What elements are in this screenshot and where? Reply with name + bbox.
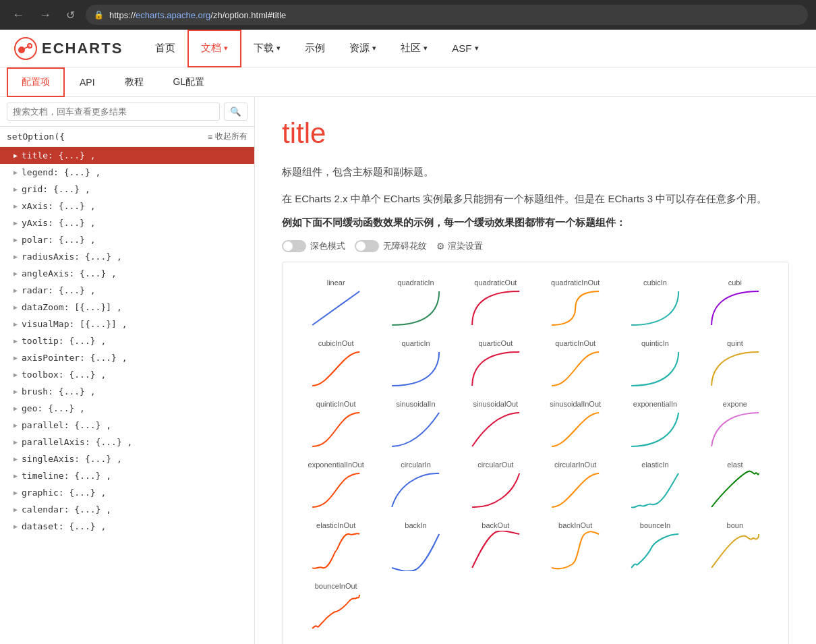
sub-nav-tutorial[interactable]: 教程 <box>110 67 158 97</box>
nav-item-home[interactable]: 首页 <box>143 30 187 67</box>
tree-item-datazoom[interactable]: ▶ dataZoom: [{...}] , <box>0 299 254 316</box>
easing-curve <box>301 470 370 510</box>
nav-item-asf[interactable]: ASF ▾ <box>440 30 490 67</box>
easing-curve <box>701 349 769 389</box>
easing-curve <box>620 470 689 510</box>
forward-button[interactable]: → <box>35 5 55 25</box>
expand-arrow-icon: ▶ <box>13 202 18 210</box>
easing-cell-quadraticInOut: quadraticInOut <box>535 276 615 336</box>
expand-arrow-icon: ▶ <box>13 472 18 479</box>
easing-label: sinusoidalInOut <box>541 400 610 408</box>
tree-item-radiusaxis[interactable]: ▶ radiusAxis: {...} , <box>0 248 254 265</box>
download-arrow-icon: ▾ <box>276 44 281 53</box>
easing-cell-cubicInOut: cubicInOut <box>296 336 376 397</box>
easing-cell-boun-trunc: boun <box>695 519 775 579</box>
easing-label: quinticIn <box>620 339 689 347</box>
easing-label: cubi <box>701 279 769 287</box>
expand-arrow-icon: ▶ <box>13 320 18 328</box>
expand-arrow-icon: ▶ <box>13 253 18 260</box>
tree-item-title[interactable]: ▶ title: {...} , <box>0 147 254 164</box>
tree-item-polar[interactable]: ▶ polar: {...} , <box>0 231 254 248</box>
easing-curve <box>620 288 689 328</box>
expand-arrow-icon: ▶ <box>13 185 18 193</box>
example-title: 例如下面不同缓动函数效果的示例，每一个缓动效果图都带有一个标题组件： <box>282 216 789 229</box>
easing-curve-linear <box>301 288 370 328</box>
easing-cell-exponentialInOut: exponentialInOut <box>296 458 376 519</box>
tree-item-dataset[interactable]: ▶ dataset: {...} , <box>0 518 254 535</box>
dark-mode-track[interactable] <box>282 240 306 252</box>
expand-arrow-icon: ▶ <box>13 506 18 513</box>
easing-label: sinusoidalOut <box>461 400 530 408</box>
nav-item-resources[interactable]: 资源 ▾ <box>337 30 388 67</box>
easing-label: quint <box>701 339 769 347</box>
expand-arrow-icon: ▶ <box>13 523 18 530</box>
easing-cell-quarticInOut: quarticInOut <box>535 336 615 397</box>
sub-nav-api[interactable]: API <box>65 67 110 97</box>
reload-button[interactable]: ↺ <box>62 6 79 24</box>
tree-item-yaxis[interactable]: ▶ yAxis: {...} , <box>0 214 254 231</box>
tree-item-brush[interactable]: ▶ brush: {...} , <box>0 383 254 400</box>
easing-cell-expone-trunc: expone <box>695 397 775 458</box>
nav-item-download[interactable]: 下载 ▾ <box>241 30 293 67</box>
easing-label: bounceInOut <box>301 582 370 590</box>
easing-label: boun <box>701 521 769 529</box>
tree-item-toolbox[interactable]: ▶ toolbox: {...} , <box>0 366 254 383</box>
set-option-label: setOption({ <box>7 131 65 142</box>
sub-nav-config[interactable]: 配置项 <box>7 67 65 97</box>
tree-item-singleaxis[interactable]: ▶ singleAxis: {...} , <box>0 450 254 467</box>
tree-item-radar[interactable]: ▶ radar: {...} , <box>0 282 254 299</box>
easing-cell-circularInOut: circularInOut <box>535 458 615 519</box>
tree-item-legend[interactable]: ▶ legend: {...} , <box>0 164 254 181</box>
render-settings-button[interactable]: ⚙ 渲染设置 <box>436 240 483 252</box>
easing-cell-circularIn: circularIn <box>376 458 455 519</box>
easing-cell-exponentialIn: exponentialIn <box>615 397 695 458</box>
barrier-free-toggle[interactable]: 无障碍花纹 <box>355 240 427 252</box>
sidebar-search-bar: 🔍 <box>0 97 254 127</box>
expand-arrow-icon: ▶ <box>13 371 18 378</box>
tree-item-geo[interactable]: ▶ geo: {...} , <box>0 400 254 417</box>
tree-item-parallel[interactable]: ▶ parallel: {...} , <box>0 417 254 434</box>
expand-arrow-icon: ▶ <box>13 455 18 463</box>
easing-curve <box>381 288 450 328</box>
easing-label: exponentialIn <box>620 400 689 408</box>
easing-cell-sinusoidalIn: sinusoidalIn <box>376 397 455 458</box>
tree-item-graphic[interactable]: ▶ graphic: {...} , <box>0 484 254 501</box>
easing-curve <box>701 531 769 571</box>
site-nav: ECHARTS 首页 文档 ▾ 下载 ▾ 示例 资源 ▾ 社区 ▾ ASF ▾ <box>0 30 816 67</box>
tree-item-axispointer[interactable]: ▶ axisPointer: {...} , <box>0 349 254 366</box>
nav-item-community[interactable]: 社区 ▾ <box>388 30 440 67</box>
search-input[interactable] <box>7 103 220 121</box>
tree-item-angleaxis[interactable]: ▶ angleAxis: {...} , <box>0 265 254 282</box>
site-logo[interactable]: ECHARTS <box>13 36 123 61</box>
tree-item-calendar[interactable]: ▶ calendar: {...} , <box>0 501 254 518</box>
easing-cell-quinticIn: quinticIn <box>615 336 695 397</box>
barrier-free-track[interactable] <box>355 240 379 252</box>
tree-item-visualmap[interactable]: ▶ visualMap: [{...}] , <box>0 316 254 332</box>
tree-item-parallelaxis[interactable]: ▶ parallelAxis: {...} , <box>0 434 254 450</box>
easing-curve <box>381 409 450 450</box>
search-button[interactable]: 🔍 <box>224 103 247 121</box>
tree-item-timeline[interactable]: ▶ timeline: {...} , <box>0 467 254 484</box>
easing-cell-elast-trunc: elast <box>695 458 775 519</box>
collapse-all-button[interactable]: ≡ 收起所有 <box>208 131 247 142</box>
easing-label: circularIn <box>381 461 450 469</box>
easing-curve <box>301 349 370 389</box>
url-bar[interactable]: 🔒 https://echarts.apache.org/zh/option.h… <box>86 5 808 25</box>
easing-cell-quadraticIn: quadraticIn <box>376 276 455 336</box>
tree-item-xaxis[interactable]: ▶ xAxis: {...} , <box>0 198 254 214</box>
easing-cell-circularOut: circularOut <box>456 458 535 519</box>
nav-item-docs[interactable]: 文档 ▾ <box>187 30 241 67</box>
render-settings-label: 渲染设置 <box>448 240 483 252</box>
back-button[interactable]: ← <box>8 5 28 25</box>
easing-curve <box>620 409 689 450</box>
sub-nav-gl[interactable]: GL配置 <box>158 67 220 97</box>
expand-arrow-icon: ▶ <box>13 405 18 412</box>
tree-item-tooltip[interactable]: ▶ tooltip: {...} , <box>0 332 254 349</box>
nav-item-examples[interactable]: 示例 <box>293 30 337 67</box>
tree-item-grid[interactable]: ▶ grid: {...} , <box>0 181 254 198</box>
easing-label: exponentialInOut <box>301 461 370 469</box>
site-logo-text: ECHARTS <box>42 40 123 57</box>
easing-curve <box>381 531 450 571</box>
dark-mode-toggle[interactable]: 深色模式 <box>282 240 345 252</box>
easing-cell-quarticOut: quarticOut <box>456 336 535 397</box>
